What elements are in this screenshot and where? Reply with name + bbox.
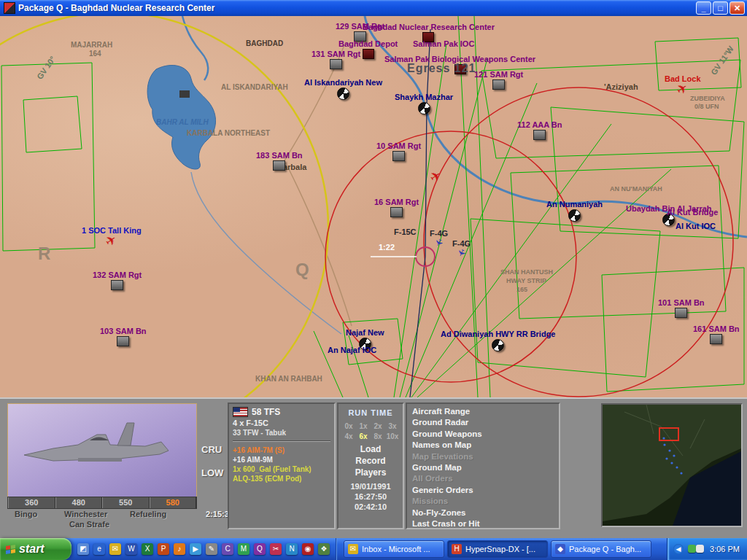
map-option-last-crash-or-hit[interactable]: Last Crash or Hit <box>412 518 559 529</box>
time-accel-4x[interactable]: 4x <box>341 432 356 440</box>
map-marker-label: 121 SAM Rgt <box>474 70 523 79</box>
map-option-no-fly-zones[interactable]: No-Fly-Zones <box>412 508 559 518</box>
time-accel-3x[interactable]: 3x <box>385 422 400 430</box>
gauge-value[interactable]: 480 <box>55 497 103 508</box>
map-option-generic-orders[interactable]: Generic Orders <box>412 485 559 496</box>
quicklaunch-icon[interactable]: ✎ <box>206 543 217 555</box>
volume-icon[interactable] <box>696 545 704 553</box>
map-option-aircraft-range[interactable]: Aircraft Range <box>412 406 559 417</box>
record-button[interactable]: Record <box>338 455 403 467</box>
map-option-map-elevations[interactable]: Map Elevations <box>412 451 559 462</box>
map-option-names-on-map[interactable]: Names on Map <box>412 440 559 451</box>
load-button[interactable]: Load <box>338 443 403 455</box>
map-marker-f-4g[interactable]: F-4G✈ <box>452 239 471 257</box>
refueling-label: Refueling <box>130 510 166 518</box>
time-accel-1x[interactable]: 1x <box>356 422 371 430</box>
gauge-value[interactable]: 580 <box>150 497 197 508</box>
map-marker-an-najaf-ioc[interactable]: An Najaf IOC <box>328 346 376 354</box>
quick-launch-bar: ◩e✉WXP♪▶✎CMQ✂N◉❖ <box>71 538 336 560</box>
quicklaunch-icon[interactable]: ❖ <box>318 543 330 555</box>
quicklaunch-icon[interactable]: ◩ <box>77 543 89 555</box>
bingo-label: Bingo <box>15 510 37 518</box>
map-marker[interactable]: ✈ <box>430 171 441 182</box>
map-marker-an-numaniyah[interactable]: An Numaniyah <box>546 200 603 222</box>
hide-icons-chevron[interactable]: ◀ <box>673 544 684 554</box>
time-accel-6x[interactable]: 6x <box>356 432 371 440</box>
map-geo-label: 0/8 UFN <box>694 103 719 110</box>
quicklaunch-icon[interactable]: ✉ <box>109 543 121 555</box>
quicklaunch-icon[interactable]: X <box>142 543 153 555</box>
close-button[interactable]: ✕ <box>729 1 745 15</box>
map-marker-16-sam-rgt[interactable]: 16 SAM Rgt <box>374 198 419 217</box>
task-window-icon: H <box>452 544 462 554</box>
quicklaunch-icon[interactable]: ▶ <box>190 543 201 555</box>
quicklaunch-icon[interactable]: ♪ <box>174 543 185 555</box>
map-marker-egress-121[interactable]: Egress 121 <box>407 64 476 73</box>
map-marker-131-sam-rgt[interactable]: 131 SAM Rgt <box>311 50 360 69</box>
map-marker-1-22[interactable]: 1:22 <box>379 243 395 252</box>
map-option-all-orders[interactable]: All Orders <box>412 473 559 484</box>
plane-red-icon: ✈ <box>428 169 444 184</box>
map-marker-al-iskandariyah-new[interactable]: Al Iskandariyah New <box>304 78 382 100</box>
map-marker-112-aaa-bn[interactable]: 112 AAA Bn <box>517 120 562 140</box>
map-geo-label: MAJARRAH <box>71 41 112 49</box>
players-button[interactable]: Players <box>338 467 403 478</box>
time-accel-0x[interactable]: 0x <box>341 422 356 430</box>
map-option-ground-radar[interactable]: Ground Radar <box>412 417 559 428</box>
runtime-times: 19/01/1991 16:27:50 02:42:10 <box>338 481 403 512</box>
maximize-button[interactable]: □ <box>713 1 728 15</box>
minimize-button[interactable]: _ <box>696 1 711 15</box>
map-marker-shaykh-mazhar[interactable]: Shaykh Mazhar <box>395 93 453 114</box>
time-accel-10x[interactable]: 10x <box>385 432 400 440</box>
gauge-value[interactable]: 550 <box>102 497 150 508</box>
quicklaunch-icon[interactable]: e <box>93 543 105 555</box>
campaign-map[interactable]: MAJARRAH164GV 10°BAGHDADAL ISKANDARIYAHK… <box>0 16 747 397</box>
map-marker-bad-lock[interactable]: Bad Lock✈ <box>665 74 701 95</box>
map-marker-label: 161 SAM Bn <box>693 324 740 333</box>
map-marker-al-kut-bridge[interactable]: Al Kut Bridge <box>667 208 718 217</box>
taskbar-window-package-q-bagh[interactable]: ◆Package Q - Bagh... <box>551 540 651 558</box>
map-marker-label: 16 SAM Rgt <box>374 198 419 206</box>
altitude-mode-label[interactable]: LOW <box>201 467 223 478</box>
map-option-ground-weapons[interactable]: Ground Weapons <box>412 429 559 440</box>
time-accel-8x[interactable]: 8x <box>371 432 385 440</box>
quicklaunch-icon[interactable]: W <box>125 543 137 555</box>
map-marker-1-soc-tall-king[interactable]: 1 SOC Tall King✈ <box>82 226 142 246</box>
map-marker-103-sam-bn[interactable]: 103 SAM Bn <box>100 327 147 346</box>
quicklaunch-icon[interactable]: P <box>158 543 169 555</box>
minimap[interactable] <box>601 403 743 527</box>
map-marker-132-sam-rgt[interactable]: 132 SAM Rgt <box>93 271 142 290</box>
map-marker-f-15c[interactable]: F-15C <box>394 228 417 236</box>
map-marker-121-sam-rgt[interactable]: 121 SAM Rgt <box>474 70 523 90</box>
map-marker-161-sam-bn[interactable]: 161 SAM Bn <box>693 324 740 344</box>
map-marker-label: 183 SAM Bn <box>256 151 303 160</box>
map-option-missions[interactable]: Missions <box>412 496 559 507</box>
sam-icon <box>330 59 342 69</box>
quicklaunch-icon[interactable]: C <box>222 543 233 555</box>
airbase-icon <box>492 339 504 351</box>
start-button[interactable]: start <box>0 538 71 560</box>
quicklaunch-icon[interactable]: ◉ <box>302 543 314 555</box>
quicklaunch-icon[interactable]: Q <box>254 543 266 555</box>
map-marker-f-4g[interactable]: F-4G✈ <box>430 229 448 246</box>
taskbar-window-inbox-microsoft[interactable]: ✉Inbox - Microsoft ... <box>344 540 444 558</box>
map-marker-label: 10 SAM Rgt <box>376 141 421 150</box>
quicklaunch-icon[interactable]: N <box>286 543 298 555</box>
map-marker-10-sam-rgt[interactable]: 10 SAM Rgt <box>376 141 421 161</box>
cruise-mode-label[interactable]: CRU <box>201 444 222 455</box>
messenger-icon[interactable] <box>688 545 696 553</box>
quicklaunch-icon[interactable]: ✂ <box>270 543 282 555</box>
map-marker-ad-diwaniyah-hwy-rr-bridge[interactable]: Ad Diwaniyah HWY RR Bridge <box>441 330 555 351</box>
map-marker-101-sam-bn[interactable]: 101 SAM Bn <box>658 298 705 318</box>
gauge-value[interactable]: 360 <box>8 497 55 508</box>
quicklaunch-icon[interactable]: M <box>238 543 249 555</box>
map-geo-label: BAHR AL MILH <box>156 118 209 126</box>
taskbar-window-hypersnap-dx[interactable]: HHyperSnap-DX - [... <box>447 540 548 558</box>
time-accel-2x[interactable]: 2x <box>371 422 385 430</box>
map-marker-183-sam-bn[interactable]: 183 SAM Bn <box>256 151 303 171</box>
map-marker-al-kut-ioc[interactable]: Al Kut IOC <box>676 222 716 230</box>
map-marker-salman-pak-ioc[interactable]: Salman Pak IOC <box>413 39 474 48</box>
aircraft-preview[interactable] <box>7 403 197 498</box>
f15-silhouette <box>8 404 195 496</box>
map-option-ground-map[interactable]: Ground Map <box>412 462 559 473</box>
